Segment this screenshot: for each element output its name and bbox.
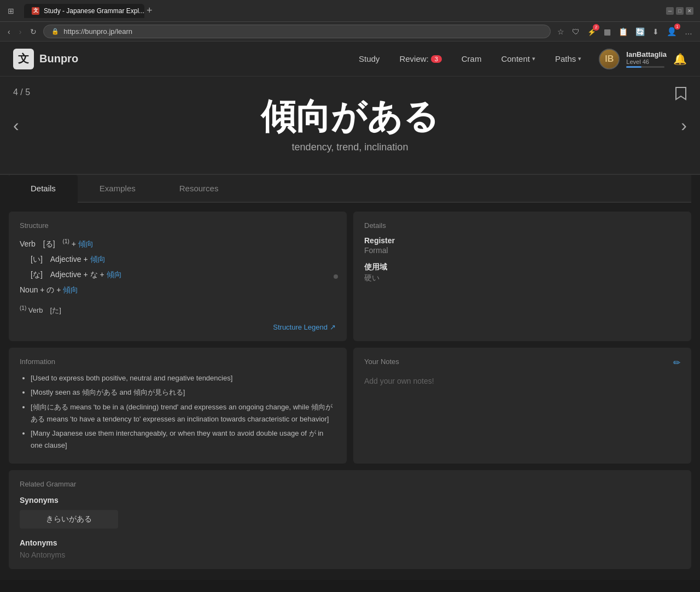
- structure-content: Verb [る] (1) + 傾向 [い] Adjective + 傾向 [な]…: [20, 236, 336, 297]
- info-bullet-1: [Used to express both positive, neutral …: [31, 372, 336, 384]
- pencil-icon: ✏: [673, 358, 680, 367]
- level-progress-fill: [626, 66, 641, 68]
- bottom-grid: Information [Used to express both positi…: [9, 348, 691, 464]
- tab-resources[interactable]: Resources: [158, 175, 241, 203]
- notification-bell-button[interactable]: 🔔: [673, 52, 687, 66]
- avatar-image: IB: [600, 50, 619, 68]
- related-grammar-title: Related Grammar: [20, 480, 680, 488]
- next-icon: ›: [681, 115, 687, 135]
- profile-icon[interactable]: 👤 1: [664, 25, 679, 39]
- info-bullet-3: [傾向にある means 'to be in a (declining) tre…: [31, 401, 336, 425]
- structure-legend-link[interactable]: Structure Legend ↗: [20, 323, 336, 331]
- logo-icon: 文: [13, 49, 34, 69]
- information-list: [Used to express both positive, neutral …: [20, 372, 336, 452]
- shield-icon[interactable]: 🛡: [570, 25, 582, 38]
- usage-label: 使用域: [364, 262, 680, 272]
- register-value: Formal: [364, 246, 680, 255]
- your-notes-card: Your Notes ✏ Add your own notes!: [353, 348, 691, 464]
- nav-content[interactable]: Content ▾: [492, 50, 544, 68]
- star-icon[interactable]: ☆: [555, 25, 567, 38]
- hero-card: 4 / 5 ‹ 傾向がある tendency, trend, inclinati…: [0, 77, 700, 175]
- minimize-button[interactable]: ─: [666, 7, 674, 15]
- review-badge: 3: [431, 55, 442, 63]
- user-area: IB IanBattaglia Level 46 🔔: [599, 49, 687, 69]
- hero-japanese-text: 傾向がある: [261, 97, 439, 136]
- usage-section: 使用域 硬い: [364, 262, 680, 283]
- more-options-button[interactable]: …: [682, 25, 695, 38]
- forward-button[interactable]: ›: [17, 25, 24, 38]
- register-section: Register Formal: [364, 236, 680, 255]
- extension-icon[interactable]: ⚡ 2: [585, 25, 598, 38]
- bookmark-icon: [675, 90, 687, 103]
- grid-icon: ⊞: [7, 7, 15, 15]
- window-controls: ⊞: [7, 7, 15, 15]
- sync-icon[interactable]: 🔄: [633, 25, 647, 38]
- next-button[interactable]: ›: [676, 111, 691, 140]
- details-right-card: Details Register Formal 使用域 硬い: [353, 212, 691, 341]
- logo-text: Bunpro: [39, 52, 78, 65]
- footnote: (1) Verb [た]: [20, 305, 336, 315]
- related-grammar-card: Related Grammar Synonyms きらいがある Antonyms…: [9, 470, 691, 569]
- antonyms-value: No Antonyms: [20, 550, 680, 559]
- nav-study[interactable]: Study: [350, 50, 388, 68]
- information-card: Information [Used to express both positi…: [9, 348, 347, 464]
- superscript-1: (1): [63, 238, 69, 244]
- synonyms-label: Synonyms: [20, 496, 680, 505]
- clipboard-icon[interactable]: 📋: [616, 25, 630, 38]
- hero-meaning-text: tendency, trend, inclination: [292, 142, 409, 153]
- user-info: IanBattaglia Level 46: [626, 50, 667, 68]
- window-action-buttons: ─ □ ✕: [666, 7, 693, 15]
- address-bar[interactable]: 🔒 https://bunpro.jp/learn: [43, 25, 551, 38]
- keikou-link-3[interactable]: 傾向: [107, 270, 122, 279]
- register-label: Register: [364, 236, 680, 245]
- edit-notes-button[interactable]: ✏: [673, 357, 680, 368]
- level-progress-bar: [626, 66, 664, 68]
- back-button[interactable]: ‹: [5, 25, 13, 38]
- structure-card-title: Structure: [20, 221, 336, 230]
- notes-header: Your Notes ✏: [364, 357, 680, 372]
- new-tab-button[interactable]: +: [147, 5, 153, 16]
- browser-chrome: ⊞ 文 Study - Japanese Grammar Expl... ✕ +…: [0, 0, 700, 22]
- keikou-link-2[interactable]: 傾向: [90, 255, 106, 263]
- paths-dropdown-icon: ▾: [578, 55, 581, 62]
- synonym-item[interactable]: きらいがある: [20, 510, 118, 529]
- tabs-bar: Details Examples Resources: [9, 175, 691, 203]
- content-area: Details Examples Resources Structure Ver…: [0, 175, 700, 580]
- prev-button[interactable]: ‹: [9, 111, 24, 140]
- top-grid: Structure Verb [る] (1) + 傾向 [い] Adjectiv…: [9, 212, 691, 341]
- active-tab[interactable]: 文 Study - Japanese Grammar Expl... ✕: [24, 4, 144, 18]
- tab-examples[interactable]: Examples: [78, 175, 158, 203]
- browser-toolbar-icons: ☆ 🛡 ⚡ 2 ▦ 📋 🔄 ⬇ 👤 1 …: [555, 25, 695, 39]
- logo-area: 文 Bunpro: [13, 49, 78, 69]
- notes-placeholder-text: Add your own notes!: [364, 377, 680, 385]
- nav-links: Study Review: 3 Cram Content ▾ Paths ▾: [350, 50, 590, 68]
- browser-toolbar: ‹ › ↻ 🔒 https://bunpro.jp/learn ☆ 🛡 ⚡ 2 …: [0, 22, 700, 42]
- tab-details[interactable]: Details: [9, 175, 78, 203]
- grid-view-icon[interactable]: ▦: [602, 25, 613, 38]
- keikou-link-1[interactable]: 傾向: [78, 239, 94, 248]
- app-navbar: 文 Bunpro Study Review: 3 Cram Content ▾ …: [0, 42, 700, 77]
- download-icon[interactable]: ⬇: [650, 25, 661, 38]
- tab-title: Study - Japanese Grammar Expl...: [44, 7, 144, 15]
- notes-card-title: Your Notes: [364, 357, 399, 366]
- information-card-title: Information: [20, 357, 336, 366]
- antonyms-label: Antonyms: [20, 538, 680, 547]
- bookmark-button[interactable]: [675, 86, 687, 104]
- content-dropdown-icon: ▾: [532, 55, 535, 62]
- nav-cram[interactable]: Cram: [453, 50, 491, 68]
- close-button[interactable]: ✕: [686, 7, 693, 15]
- nav-review[interactable]: Review: 3: [390, 50, 450, 68]
- refresh-button[interactable]: ↻: [28, 25, 39, 38]
- tab-bar: 文 Study - Japanese Grammar Expl... ✕ +: [24, 4, 657, 18]
- external-link-icon: ↗: [330, 323, 336, 331]
- info-bullet-2: [Mostly seen as 傾向がある and 傾向が見られる]: [31, 386, 336, 398]
- details-card-title: Details: [364, 221, 680, 230]
- user-level: Level 46: [626, 58, 667, 65]
- scroll-indicator: [334, 274, 338, 279]
- avatar[interactable]: IB: [599, 49, 620, 69]
- keikou-link-4[interactable]: 傾向: [63, 285, 78, 294]
- nav-paths[interactable]: Paths ▾: [546, 50, 590, 68]
- maximize-button[interactable]: □: [676, 7, 684, 15]
- usage-value: 硬い: [364, 273, 680, 283]
- url-text: https://bunpro.jp/learn: [63, 27, 132, 36]
